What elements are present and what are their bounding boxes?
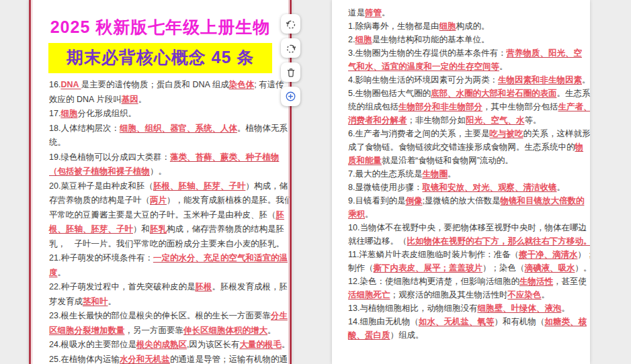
text-line: 统。 [49, 136, 283, 150]
highlighted-term: （包括被子植物和裸子植物 [49, 167, 150, 176]
text-line: 9.目镜看到的是倒像;显微镜的放大倍数是物镜和目镜放大倍数的 [348, 194, 586, 208]
text-line: 根、胚轴、胚芽、子叶）和胚乳构成，储存营养物质的结构是胚 [49, 222, 283, 237]
highlighted-term: 胚乳 [150, 224, 167, 234]
text-line: 1.除病毒外，生物都是由细胞构成的。 [348, 19, 586, 33]
highlighted-term: 细胞壁、叶绿体、液泡 [477, 304, 561, 313]
highlighted-term: 分生 [271, 311, 288, 320]
highlighted-term: 倒像 [405, 196, 422, 206]
highlighted-term: 胚 [276, 210, 285, 220]
highlighted-term: 擦干净、滴清水 [519, 250, 578, 259]
text-line: 11.洋葱鳞片叶表皮细胞临时装片制作：准备（擦干净、滴清水）； [348, 248, 586, 261]
highlighted-term: 染色体 [229, 80, 255, 89]
highlighted-term: 大量的根毛 [239, 340, 282, 349]
highlighted-term: 乘积 [348, 210, 365, 219]
text-line: 21.种子萌发的环境条件有：一定的水分、充足的空气和适宜的温 [49, 251, 283, 266]
text-line: 12.染色：使细胞结构更清楚，但影响活细胞的生物活性，甚至使 [348, 275, 586, 288]
highlighted-term: 如糖类、核 [544, 317, 587, 326]
highlighted-term: 度 [49, 268, 58, 277]
highlighted-term: 茎和叶 [83, 297, 108, 306]
text-line: 道是筛管。 [348, 6, 586, 19]
text-line: 活细胞死亡；观察活的细胞及其生物活性时不应染色。 [348, 288, 586, 302]
highlighted-term: 阳光、空气、水 [466, 116, 525, 125]
text-line: 17.细胞分化形成组织。 [49, 107, 283, 122]
highlighted-term: 生物圈 [422, 169, 448, 179]
text-line: 22.种子萌发过程中，首先突破种皮的是胚根。胚根发育成根，胚 [49, 280, 283, 295]
highlighted-term: 比如物体在视野的右下方，那么就往右下方移动。 [407, 236, 591, 246]
document-title-line1: 2025 秋新版七年级上册生物 [31, 16, 290, 38]
text-line: 气和水、适宜的温度和一定的生存空间等。 [348, 60, 586, 73]
trash-icon [285, 66, 297, 79]
text-line: 7.最大的生态系统是生物圈。 [348, 167, 586, 181]
left-page-text: 16.DNA 是主要的遗传物质；蛋白质和 DNA 组成染色体; 有遗传效应的 D… [31, 73, 290, 364]
highlighted-term: 撕下内表皮、展平；盖盖玻片 [374, 263, 483, 273]
text-line: 酸、蛋白质）组成。 [348, 328, 586, 342]
text-line: 20.菜豆种子是由种皮和胚（胚根、胚轴、胚芽、子叶）构成，储 [49, 179, 283, 194]
highlighted-term: 区细胞分裂增加数量 [49, 326, 125, 335]
text-line: 13.与植物细胞相比，动物细胞没有细胞壁、叶绿体、液泡。 [348, 302, 586, 315]
rotate-right-button[interactable] [281, 38, 300, 58]
text-line: 4.影响生物生活的环境因素可分为两类：生物因素和非生物因素。 [348, 73, 586, 87]
text-line: 制作（撕下内表皮、展平；盖盖玻片）；染色（滴碘液、吸水）。 [348, 261, 586, 275]
text-line: 存营养物质的结构是子叶（两片），能发育成新植株的是胚。我们 [49, 193, 283, 208]
highlighted-term: 酸、蛋白质 [348, 330, 390, 340]
text-line: 5.生物圈包括大气圈的底部、水圈的大部和岩石圈的表面。生态系 [348, 87, 586, 100]
add-page-button[interactable] [281, 87, 300, 106]
highlighted-term: 如水、无机盐、氧等 [419, 317, 495, 326]
text-line: 成了食物链。食物链彼此交错连接形成食物网。生态系统中的物 [348, 140, 586, 154]
rotate-left-button[interactable] [281, 14, 300, 34]
highlighted-term: 胚根 [195, 282, 212, 291]
document-page-2[interactable]: 道是筛管。1.除病毒外，生物都是由细胞构成的。2.细胞是生物结构和功能的基本单位… [332, 0, 590, 364]
page-border-inner-line-left [32, 0, 32, 364]
highlighted-term: 根、胚轴、胚芽、子叶 [49, 224, 133, 234]
text-line: 消费者和分解者；非生物部分如阳光、空气、水等。 [348, 113, 586, 127]
highlighted-term: 生产者、 [558, 102, 591, 111]
highlighted-term: 气和水、适宜的温度和一定的生存空间等 [348, 62, 499, 71]
text-line: 质和能量就是沿着“食物链和食物网”流动的。 [348, 154, 586, 167]
text-line: （包括被子植物和裸子植物）。 [49, 165, 283, 179]
text-line: 3.生物圈为生物的生存提供的基本条件有：营养物质、阳光、空 [348, 46, 586, 60]
highlighted-term: 取镜和安放、对光、观察、清洁收镜 [422, 183, 556, 192]
highlighted-term: DNA [60, 80, 81, 89]
rotate-right-icon [285, 42, 297, 54]
highlighted-term: 根尖的成熟区 [136, 340, 187, 349]
text-line: 24.根吸水的主要部位是根尖的成熟区,因为该区长有大量的根毛。 [49, 338, 283, 353]
text-line: 8.显微镜使用步骤：取镜和安放、对光、观察、清洁收镜。 [348, 181, 586, 194]
text-line: 10.当物体不在视野中央，要把物体移至视野中央时，物体在哪边 [348, 221, 586, 234]
highlighted-term: 胚根、胚轴、胚芽、子叶 [153, 181, 246, 191]
highlighted-term: 基因 [122, 95, 138, 104]
document-title-highlight-band: 期末必背核心概念 45 条 [48, 43, 272, 73]
highlighted-term: 筛管 [365, 8, 382, 17]
document-page-1[interactable]: 2025 秋新版七年级上册生物 期末必背核心概念 45 条 16.DNA 是主要… [29, 0, 292, 364]
highlighted-term: 吃与被吃 [489, 129, 523, 138]
highlighted-term: 藻类、苔藓、蕨类、种子植物 [170, 152, 280, 162]
text-line: 乳， 子叶一片。我们平常吃的面粉成分主要来自小麦的胚乳。 [49, 237, 283, 252]
text-line: 区细胞分裂增加数量，另一方面要靠伸长区细胞体积的增大。 [49, 324, 283, 338]
text-line: 16.DNA 是主要的遗传物质；蛋白质和 DNA 组成染色体; 有遗传 [49, 78, 283, 93]
highlighted-term: 不应染色 [508, 290, 542, 300]
text-line: 25.在植物体内运输水分和无机盐的通道是导管；运输有机物的通 [49, 353, 283, 364]
highlighted-term: 滴碘液、吸水 [525, 263, 575, 273]
text-line: 14.细胞由无机物（如水、无机盐、氧等）和有机物（如糖类、核 [348, 315, 586, 328]
highlighted-term: 伸长区细胞体积的增大 [183, 326, 267, 335]
text-line: 6.生产者与消费者之间的关系，主要是吃与被吃的关系，这样就形 [348, 127, 586, 140]
plus-circle-icon [284, 90, 297, 103]
highlighted-term: 一定的水分、充足的空气和适宜的温 [153, 253, 288, 263]
highlighted-term: 物镜和目镜放大倍数的 [500, 196, 584, 206]
highlighted-term: 水分和无机盐 [120, 355, 170, 364]
text-line: 23.根生长最快的部位是根尖的伸长区。根的生长一方面要靠分生 [49, 309, 283, 324]
highlighted-term: 生物因素和非生物因素 [498, 75, 582, 85]
highlighted-term: 细胞 [60, 109, 77, 118]
highlighted-term: 物 [575, 142, 584, 152]
delete-page-button[interactable] [281, 62, 300, 82]
page-toolbar [281, 14, 300, 106]
highlighted-term: 底部、水圈的大部和岩石圈的表面 [431, 89, 557, 98]
rotate-left-icon [285, 18, 297, 30]
highlighted-term: 两片 [150, 195, 167, 205]
text-line: 18.人体结构层次：细胞、组织、器官、系统、人体。植物体无系 [49, 122, 283, 136]
text-line: 统的组成包括生物部分和非生物部分，其中生物部分包括生产者、 [348, 100, 586, 113]
highlighted-term: 活细胞死亡 [348, 290, 390, 300]
text-line: 乘积。 [348, 208, 586, 221]
text-line: 芽发育成茎和叶。 [49, 295, 283, 310]
highlighted-term: 细胞、组织、器官、系统、人体 [120, 124, 237, 133]
text-line: 度。 [49, 266, 283, 281]
